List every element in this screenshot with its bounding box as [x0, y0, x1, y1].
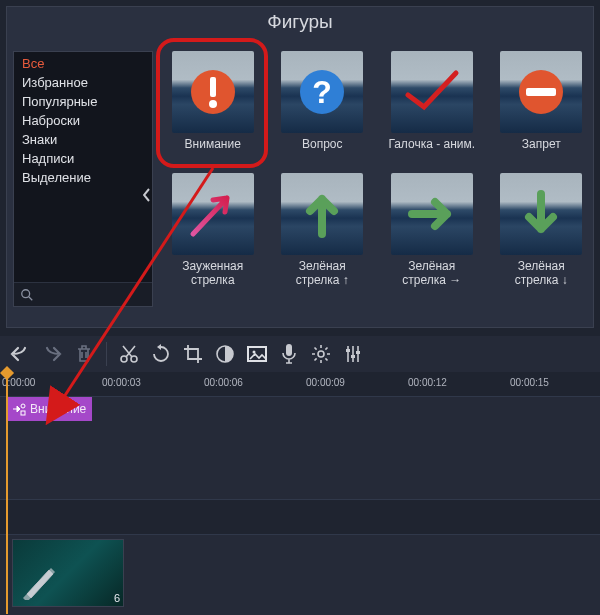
sidebar-item-favorites[interactable]: Избранное — [14, 73, 152, 92]
redo-button[interactable] — [36, 339, 68, 369]
shape-label: Зелёная стрелка ↑ — [277, 259, 369, 288]
svg-point-4 — [209, 100, 217, 108]
forbid-icon — [500, 51, 582, 133]
sidebar-item-popular[interactable]: Популярные — [14, 92, 152, 111]
sidebar-item-signs[interactable]: Знаки — [14, 130, 152, 149]
shapes-row: Внимание ? Вопрос Галочка - аним. — [167, 51, 587, 165]
svg-rect-3 — [210, 77, 216, 97]
sidebar-item-highlight[interactable]: Выделение — [14, 168, 152, 187]
shapes-row: Зауженная стрелка Зелёная стрелка ↑ Зелё… — [167, 173, 587, 288]
shape-question[interactable]: ? Вопрос — [277, 51, 369, 165]
svg-line-1 — [29, 296, 33, 300]
rotate-button[interactable] — [145, 339, 177, 369]
attention-icon — [172, 51, 254, 133]
transition-icon — [12, 402, 26, 416]
timeline-ruler[interactable]: 0:00:00 00:00:03 00:00:06 00:00:09 00:00… — [0, 374, 600, 396]
svg-point-15 — [318, 351, 324, 357]
shape-forbid[interactable]: Запрет — [496, 51, 588, 165]
shape-arrow-right[interactable]: Зелёная стрелка → — [386, 173, 478, 288]
mic-button[interactable] — [273, 339, 305, 369]
image-button[interactable] — [241, 339, 273, 369]
shape-arrow-down[interactable]: Зелёная стрелка ↓ — [496, 173, 588, 288]
sidebar-item-sketches[interactable]: Наброски — [14, 111, 152, 130]
svg-rect-14 — [286, 344, 292, 356]
cut-button[interactable] — [113, 339, 145, 369]
toolbar-separator — [106, 342, 107, 366]
category-list: Все Избранное Популярные Наброски Знаки … — [14, 52, 152, 189]
title-clip-attention[interactable]: Внимание — [6, 397, 92, 421]
shapes-grid: Внимание ? Вопрос Галочка - аним. — [167, 51, 587, 329]
category-sidebar: Все Избранное Популярные Наброски Знаки … — [13, 51, 153, 307]
titles-track[interactable]: Внимание — [0, 396, 600, 500]
ruler-tick: 00:00:12 — [408, 377, 447, 388]
svg-rect-18 — [356, 351, 360, 354]
shape-label: Галочка - аним. — [388, 137, 475, 165]
crop-button[interactable] — [177, 339, 209, 369]
video-clip-label: 6 — [114, 592, 120, 604]
collapse-sidebar-icon[interactable] — [140, 180, 154, 210]
spacer-track — [0, 500, 600, 534]
svg-rect-20 — [21, 411, 25, 415]
sidebar-item-captions[interactable]: Надписи — [14, 149, 152, 168]
sidebar-item-all[interactable]: Все — [14, 54, 152, 73]
shapes-panel: Фигуры Все Избранное Популярные Наброски… — [6, 6, 594, 328]
shape-check[interactable]: Галочка - аним. — [386, 51, 478, 165]
arrow-right-icon — [391, 173, 473, 255]
undo-button[interactable] — [4, 339, 36, 369]
svg-text:?: ? — [312, 74, 332, 110]
shape-label: Зелёная стрелка → — [386, 259, 478, 288]
brush-icon — [21, 560, 71, 600]
shape-attention[interactable]: Внимание — [167, 51, 259, 165]
video-track[interactable]: 6 — [0, 534, 600, 615]
arrow-up-icon — [281, 173, 363, 255]
toolbar — [0, 336, 600, 372]
ruler-tick: 00:00:06 — [204, 377, 243, 388]
delete-button[interactable] — [68, 339, 100, 369]
svg-rect-17 — [351, 355, 355, 358]
sliders-button[interactable] — [337, 339, 369, 369]
ruler-tick: 00:00:09 — [306, 377, 345, 388]
shape-label: Зелёная стрелка ↓ — [496, 259, 588, 288]
check-icon — [391, 51, 473, 133]
arrow-pink-icon — [172, 173, 254, 255]
shape-label: Запрет — [522, 137, 561, 165]
contrast-button[interactable] — [209, 339, 241, 369]
shape-label: Зауженная стрелка — [167, 259, 259, 288]
svg-point-19 — [21, 404, 25, 408]
search-icon[interactable] — [14, 282, 152, 306]
settings-button[interactable] — [305, 339, 337, 369]
shape-label: Внимание — [185, 137, 241, 165]
svg-rect-16 — [346, 349, 350, 352]
ruler-tick: 00:00:03 — [102, 377, 141, 388]
svg-rect-8 — [526, 88, 556, 96]
shape-arrow-up[interactable]: Зелёная стрелка ↑ — [277, 173, 369, 288]
question-icon: ? — [281, 51, 363, 133]
ruler-tick: 00:00:15 — [510, 377, 549, 388]
shape-narrow-arrow[interactable]: Зауженная стрелка — [167, 173, 259, 288]
video-clip[interactable]: 6 — [12, 539, 124, 607]
panel-title: Фигуры — [7, 7, 593, 35]
playhead[interactable] — [6, 374, 8, 614]
arrow-down-icon — [500, 173, 582, 255]
title-clip-label: Внимание — [30, 402, 86, 416]
svg-point-0 — [22, 289, 30, 297]
shape-label: Вопрос — [302, 137, 343, 165]
